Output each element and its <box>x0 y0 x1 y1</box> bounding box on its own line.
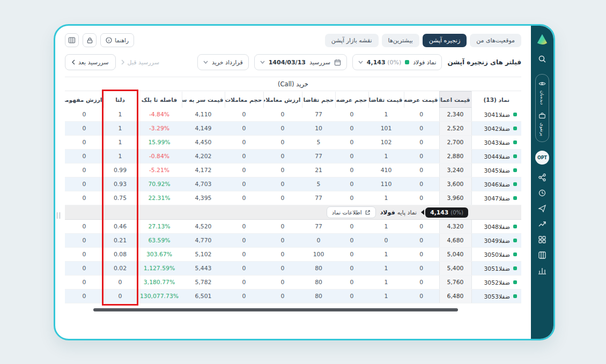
column-header-strike[interactable]: قیمت اعمال <box>439 92 471 108</box>
analytics-icon[interactable] <box>538 266 546 275</box>
cell-bid_price: 1 <box>368 248 404 262</box>
cell-symbol: ضفلا3044 <box>471 150 521 164</box>
board-icon[interactable] <box>538 251 546 259</box>
columns-layout-button[interactable] <box>65 33 79 47</box>
positions-icon[interactable] <box>538 173 546 182</box>
cell-trade_value: 0 <box>263 108 302 122</box>
table-row[interactable]: ضفلا30422,5200101010004,149-3.29%10 <box>65 122 521 136</box>
cell-delta: 1 <box>104 108 137 122</box>
lock-columns-button[interactable] <box>83 33 97 47</box>
sidebar: دیده‌بانپرتفوی OPT <box>531 26 553 339</box>
table-row[interactable]: ضفلا30525,76001080005,7823,180.77%00 <box>65 276 521 289</box>
cell-bid_vol: 21 <box>302 164 335 177</box>
cell-bid_price: 1 <box>368 108 404 122</box>
symbol-status-dot <box>513 196 517 200</box>
sidebar-menu-item[interactable]: پرتفوی <box>538 112 546 136</box>
cell-bid_price: 101 <box>368 122 404 136</box>
history-icon[interactable] <box>538 189 546 197</box>
next-maturity-button[interactable]: سررسید بعد <box>65 54 116 70</box>
cell-notional: 0 <box>65 136 104 150</box>
cell-notional: 0 <box>65 191 104 205</box>
table-row[interactable]: ضفلا30473,96001077004,39522.31%0.750 <box>65 191 521 205</box>
trend-chart-icon[interactable] <box>538 220 546 228</box>
cell-notional: 0 <box>65 220 104 234</box>
tab-my-positions[interactable]: موقعیت‌های من <box>470 34 521 47</box>
table-row[interactable]: ضفلا30463,600011005004,70370.92%0.930 <box>65 177 521 191</box>
previous-maturity-button[interactable]: سررسید قبل <box>121 59 159 66</box>
table-row[interactable]: ضفلا30432,700010205004,45015.99%10 <box>65 136 521 150</box>
table-row[interactable]: ضفلا30505,040010100005,102303.67%0.080 <box>65 248 521 262</box>
symbol-status-dot <box>513 168 517 172</box>
sidebar-menu-item[interactable]: دیده‌بان <box>538 80 546 105</box>
nav-tabs: موقعیت‌های منزنجیره آپشنبیشترین‌هانقشه ب… <box>325 34 521 47</box>
cell-trade_value: 0 <box>263 289 302 303</box>
column-header-black_dist[interactable]: فاصله تا بلک <box>137 92 182 108</box>
cell-strike: 5,400 <box>439 262 471 276</box>
table-row[interactable]: ضفلا30453,2400410021004,172-5.21%0.990 <box>65 164 521 177</box>
calendar-icon <box>334 59 341 66</box>
cell-trade_vol: 0 <box>225 234 263 248</box>
cell-black_dist: -4.84% <box>137 108 182 122</box>
symbol-info-button[interactable]: اطلاعات نماد <box>327 206 376 218</box>
tab-tops[interactable]: بیشترین‌ها <box>382 34 419 47</box>
cell-trade_value: 0 <box>263 136 302 150</box>
tab-option-chain[interactable]: زنجیره آپشن <box>423 34 467 47</box>
table-row[interactable]: ضفلا30412,34001077004,110-4.84%10 <box>65 108 521 122</box>
table-row[interactable]: ضفلا30484,32001077004,52027.13%0.460 <box>65 220 521 234</box>
horizontal-scrollbar[interactable] <box>93 308 458 311</box>
cell-black_dist: 130,077.73% <box>137 289 182 303</box>
cell-black_dist: 63.59% <box>137 234 182 248</box>
table-row[interactable]: ضفلا30494,6800000004,77063.59%0.210 <box>65 234 521 248</box>
cell-trade_vol: 0 <box>225 220 263 234</box>
column-header-notional[interactable]: ارزش مفهومی <box>65 92 104 108</box>
column-header-bid_vol[interactable]: حجم تقاضا <box>302 92 335 108</box>
cell-delta: 0.93 <box>104 177 137 191</box>
contract-type-dropdown[interactable]: قرارداد خرید <box>197 54 249 70</box>
cell-trade_value: 0 <box>263 191 302 205</box>
cell-bid_price: 1 <box>368 191 404 205</box>
cell-strike: 3,240 <box>439 164 471 177</box>
column-header-ask_vol[interactable]: حجم عرضه <box>335 92 368 108</box>
column-header-trade_value[interactable]: ارزش معاملات <box>263 92 302 108</box>
underlying-price-badge: 4,143 (0%) <box>425 207 468 218</box>
cell-bid_vol: 10 <box>302 122 335 136</box>
search-icon[interactable] <box>538 55 546 65</box>
symbol-dropdown[interactable]: نماد فولاد 4,143 (0%) <box>352 54 442 70</box>
column-header-symbol[interactable]: نماد (13) <box>471 92 521 108</box>
cell-ask_price: 0 <box>404 276 439 289</box>
opt-module-badge[interactable]: OPT <box>535 151 549 165</box>
table-row[interactable]: ضفلا30442,88001077004,202-0.84%10 <box>65 150 521 164</box>
chevron-down-icon <box>203 61 208 64</box>
table-row[interactable]: ضفلا30536,48001080006,501130,077.73%00 <box>65 289 521 303</box>
lock-icon <box>86 37 93 44</box>
column-header-bid_price[interactable]: قیمت تقاضا <box>368 92 404 108</box>
cell-delta: 1 <box>104 136 137 150</box>
cell-symbol: ضفلا3042 <box>471 122 521 136</box>
help-button[interactable]: راهنما <box>100 33 134 47</box>
cell-trade_value: 0 <box>263 276 302 289</box>
column-header-delta[interactable]: دلتا <box>104 92 137 108</box>
divider-drag-handle[interactable] <box>57 212 60 219</box>
cell-trade_vol: 0 <box>225 276 263 289</box>
chevron-down-icon <box>260 61 265 64</box>
cell-ask_price: 0 <box>404 191 439 205</box>
cell-trade_vol: 0 <box>225 136 263 150</box>
cell-black_dist: 15.99% <box>137 136 182 150</box>
cell-symbol: ضفلا3049 <box>471 234 521 248</box>
column-header-breakeven[interactable]: قیمت سر به سر <box>182 92 225 108</box>
cell-breakeven: 4,202 <box>182 150 225 164</box>
apps-grid-icon[interactable] <box>538 235 546 244</box>
cell-ask_price: 0 <box>404 262 439 276</box>
strategy-icon[interactable] <box>538 204 546 213</box>
column-header-trade_vol[interactable]: حجم معاملات <box>225 92 263 108</box>
cell-delta: 0.99 <box>104 164 137 177</box>
table-row[interactable]: ضفلا30515,40001080005,4431,127.59%0.020 <box>65 262 521 276</box>
cell-delta: 0.46 <box>104 220 137 234</box>
cell-bid_price: 410 <box>368 164 404 177</box>
tab-option-market-map[interactable]: نقشه بازار آپشن <box>325 34 379 47</box>
cell-breakeven: 4,395 <box>182 191 225 205</box>
maturity-dropdown[interactable]: سررسید 1404/03/13 <box>254 54 347 70</box>
app-logo-icon <box>536 33 548 47</box>
cell-ask_vol: 0 <box>335 289 368 303</box>
column-header-ask_price[interactable]: قیمت عرضه <box>404 92 439 108</box>
